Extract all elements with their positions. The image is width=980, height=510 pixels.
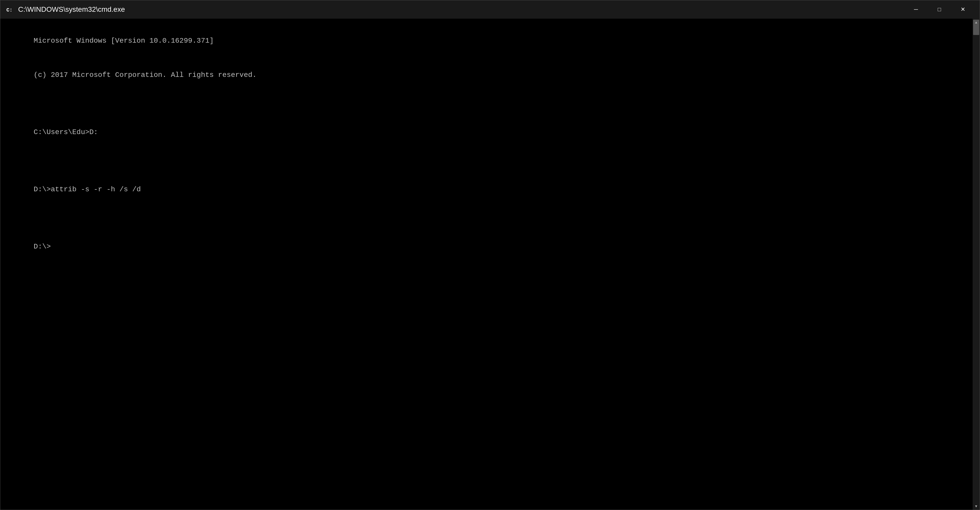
console-line-1: Microsoft Windows [Version 10.0.16299.37… [34,37,214,45]
console-line-8: D:\> [34,242,51,250]
console-output: Microsoft Windows [Version 10.0.16299.37… [8,24,972,264]
window-controls: ─ □ ✕ [904,0,975,19]
console-line-4: C:\Users\Edu>D: [34,128,98,136]
scrollbar-up-arrow[interactable]: ▲ [973,19,980,26]
close-button[interactable]: ✕ [951,0,975,19]
maximize-button[interactable]: □ [928,0,951,19]
svg-text:C:: C: [6,7,13,13]
scrollbar-down-arrow[interactable]: ▼ [973,503,980,510]
window-title: C:\WINDOWS\system32\cmd.exe [18,5,904,14]
title-bar: C: C:\WINDOWS\system32\cmd.exe ─ □ ✕ [0,0,980,19]
cmd-icon: C: [5,5,14,14]
minimize-button[interactable]: ─ [904,0,928,19]
console-area[interactable]: Microsoft Windows [Version 10.0.16299.37… [0,19,980,510]
scrollbar: ▲ ▼ [973,19,980,510]
console-line-6: D:\>attrib -s -r -h /s /d [34,185,141,193]
console-line-2: (c) 2017 Microsoft Corporation. All righ… [34,71,257,79]
cmd-window: C: C:\WINDOWS\system32\cmd.exe ─ □ ✕ Mic… [0,0,980,510]
